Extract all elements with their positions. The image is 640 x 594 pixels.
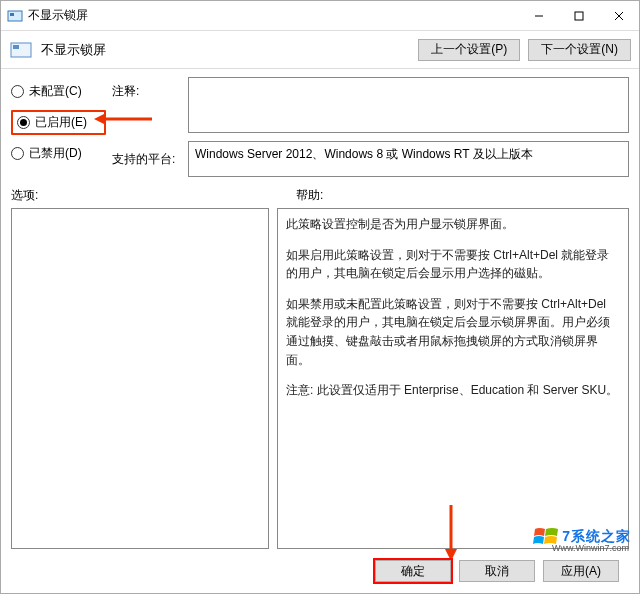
field-values: Windows Server 2012、Windows 8 或 Windows … [188,77,629,177]
maximize-button[interactable] [559,1,599,30]
radio-dot-icon [11,147,24,160]
gpo-editor-window: 不显示锁屏 不显示锁屏 上一个设置(P) 下一个设置(N) 未配 [0,0,640,594]
svg-rect-7 [13,45,19,49]
close-button[interactable] [599,1,639,30]
radio-unconfigured[interactable]: 未配置(C) [11,83,106,100]
options-label: 选项: [11,187,296,204]
panes: 此策略设置控制是否为用户显示锁屏界面。 如果启用此策略设置，则对于不需要按 Ct… [11,208,629,549]
radio-label: 已禁用(D) [29,145,82,162]
svg-rect-3 [575,12,583,20]
help-paragraph: 如果禁用或未配置此策略设置，则对于不需要按 Ctrl+Alt+Del 就能登录的… [286,295,620,369]
titlebar: 不显示锁屏 [1,1,639,31]
help-label: 帮助: [296,187,323,204]
platform-display: Windows Server 2012、Windows 8 或 Windows … [188,141,629,177]
policy-icon [9,38,33,62]
header-row: 不显示锁屏 上一个设置(P) 下一个设置(N) [1,31,639,69]
body: 未配置(C) 已启用(E) 已禁用(D) 注释: 支持的平台: [1,69,639,593]
help-paragraph: 此策略设置控制是否为用户显示锁屏界面。 [286,215,620,234]
cancel-button[interactable]: 取消 [459,560,535,582]
options-pane[interactable] [11,208,269,549]
ok-button[interactable]: 确定 [375,560,451,582]
radio-dot-icon [17,116,30,129]
top-row: 未配置(C) 已启用(E) 已禁用(D) 注释: 支持的平台: [11,77,629,177]
radio-disabled[interactable]: 已禁用(D) [11,145,106,162]
window-title: 不显示锁屏 [28,7,519,24]
radio-enabled[interactable]: 已启用(E) [17,114,87,131]
help-pane: 此策略设置控制是否为用户显示锁屏界面。 如果启用此策略设置，则对于不需要按 Ct… [277,208,629,549]
apply-button[interactable]: 应用(A) [543,560,619,582]
prev-setting-button[interactable]: 上一个设置(P) [418,39,520,61]
platform-label: 支持的平台: [112,137,182,177]
comment-label: 注释: [112,77,182,137]
mid-labels: 选项: 帮助: [11,187,629,204]
comment-input[interactable] [188,77,629,133]
radio-dot-icon [11,85,24,98]
state-radios: 未配置(C) 已启用(E) 已禁用(D) [11,77,106,177]
svg-rect-1 [10,13,14,16]
window-buttons [519,1,639,30]
radio-label: 已启用(E) [35,114,87,131]
next-setting-button[interactable]: 下一个设置(N) [528,39,631,61]
help-paragraph: 如果启用此策略设置，则对于不需要按 Ctrl+Alt+Del 就能登录的用户，其… [286,246,620,283]
policy-title: 不显示锁屏 [41,41,410,59]
footer: 确定 取消 应用(A) [11,549,629,593]
radio-label: 未配置(C) [29,83,82,100]
app-icon [7,8,23,24]
highlight-enabled: 已启用(E) [11,110,106,135]
field-labels: 注释: 支持的平台: [112,77,182,177]
minimize-button[interactable] [519,1,559,30]
help-paragraph: 注意: 此设置仅适用于 Enterprise、Education 和 Serve… [286,381,620,400]
